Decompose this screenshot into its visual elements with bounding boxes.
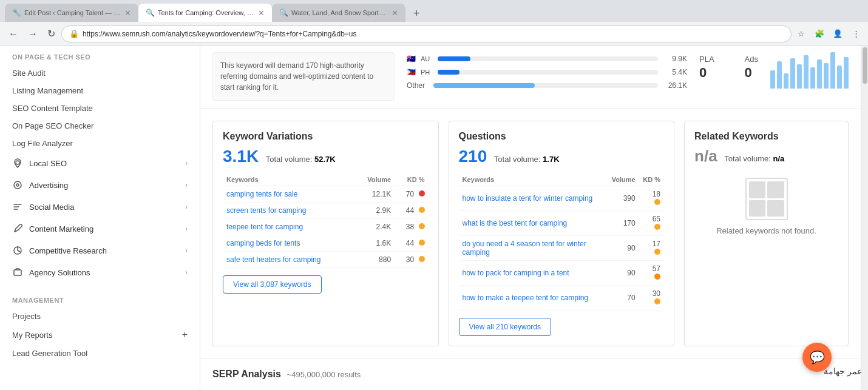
- sidebar-item-projects[interactable]: Projects: [0, 308, 200, 325]
- sidebar-item-local-seo[interactable]: Local SEO ›: [0, 152, 200, 174]
- forward-button[interactable]: →: [24, 26, 41, 42]
- ads-label: Ads: [745, 55, 758, 64]
- q-kd-1: 65: [639, 211, 664, 236]
- view-all-kw-variations-button[interactable]: View all 3,087 keywords: [223, 275, 322, 294]
- chart-bar-2: [777, 61, 782, 89]
- listing-management-label: Listing Management: [12, 86, 83, 95]
- sidebar-item-agency-solutions[interactable]: Agency Solutions ›: [0, 261, 200, 283]
- content-area: This keyword will demand 170 high-author…: [200, 46, 861, 390]
- kw-link-0[interactable]: camping tents for sale: [226, 190, 297, 198]
- related-kw-count: n/a: [694, 147, 717, 165]
- related-empty-text: Related keywords not found.: [716, 226, 816, 235]
- kw-link-3[interactable]: camping beds for tents: [226, 239, 300, 247]
- management-section-title: MANAGEMENT: [0, 289, 200, 308]
- q-dot-1: [654, 224, 660, 230]
- lead-generation-label: Lead Generation Tool: [12, 349, 87, 358]
- kw-variations-vol-label: Total volume:: [266, 155, 313, 164]
- table-row: safe tent heaters for camping 880 30: [223, 252, 429, 268]
- table-row: teepee tent for camping 2.4K 38: [223, 219, 429, 235]
- sidebar-item-competitive-research[interactable]: Competitive Research ›: [0, 240, 200, 261]
- chart-bar-6: [804, 55, 809, 89]
- sidebar-item-social-media[interactable]: Social Media ›: [0, 196, 200, 218]
- kw-link-2[interactable]: teepee tent for camping: [226, 223, 303, 231]
- sidebar-item-site-audit[interactable]: Site Audit: [0, 64, 200, 82]
- scroll-indicator[interactable]: [861, 46, 868, 390]
- sidebar-item-advertising[interactable]: Advertising ›: [0, 174, 200, 196]
- q-col-kd: KD %: [639, 173, 664, 186]
- geo-row-ph: 🇵🇭 PH 5.4K: [407, 66, 687, 79]
- chat-button[interactable]: 💬: [802, 343, 832, 372]
- agency-solutions-label: Agency Solutions: [29, 268, 179, 277]
- q-link-4[interactable]: how to make a teepee tent for camping: [463, 294, 588, 302]
- kw-variations-col-keywords: Keywords: [223, 173, 354, 186]
- new-tab-button[interactable]: +: [408, 5, 425, 22]
- address-bar[interactable]: 🔒 https://www.semrush.com/analytics/keyw…: [61, 25, 792, 42]
- tab-bar: 🔧 Edit Post ‹ Camping Talent — W... ✕ 🔍 …: [0, 0, 868, 22]
- q-link-1[interactable]: what is the best tent for camping: [463, 219, 568, 227]
- q-vol-3: 90: [608, 261, 639, 286]
- sidebar-item-seo-content-template[interactable]: SEO Content Template: [0, 99, 200, 117]
- sidebar-item-log-file-analyzer[interactable]: Log File Analyzer: [0, 135, 200, 152]
- menu-icon[interactable]: ⋮: [849, 27, 863, 41]
- sidebar-item-my-reports[interactable]: My Reports +: [0, 325, 200, 345]
- scroll-thumb[interactable]: [863, 47, 867, 84]
- kw-variations-title: Keyword Variations: [223, 131, 429, 142]
- geo-row-other: Other 26.1K: [407, 79, 687, 92]
- kw-var-vol-4: 880: [354, 252, 395, 268]
- tab-3[interactable]: 🔍 Water, Land, And Snow Sports T... ✕: [272, 4, 405, 22]
- sidebar-item-listing-management[interactable]: Listing Management: [0, 82, 200, 99]
- profile-icon[interactable]: 👤: [830, 27, 845, 41]
- q-link-2[interactable]: do you need a 4 season tent for winter c…: [463, 240, 586, 257]
- ph-code: PH: [421, 69, 433, 76]
- back-button[interactable]: ←: [5, 26, 22, 42]
- extensions-icon[interactable]: 🧩: [812, 27, 827, 41]
- q-link-3[interactable]: how to pack for camping in a tent: [463, 269, 569, 277]
- tab-2-close[interactable]: ✕: [258, 8, 265, 18]
- q-link-0[interactable]: how to insulate a tent for winter campin…: [463, 194, 593, 203]
- sidebar-item-on-page-seo-checker[interactable]: On Page SEO Checker: [0, 117, 200, 135]
- q-kd-0: 18: [639, 186, 664, 211]
- kw-variations-col-volume: Volume: [354, 173, 395, 186]
- view-all-questions-button[interactable]: View all 210 keywords: [459, 318, 552, 336]
- site-audit-label: Site Audit: [12, 69, 46, 78]
- questions-count: 210: [459, 147, 487, 166]
- kw-variations-count: 3.1K: [223, 147, 259, 166]
- sidebar-item-lead-generation-tool[interactable]: Lead Generation Tool: [0, 345, 200, 362]
- tab-2-favicon: 🔍: [146, 8, 154, 17]
- kw-variations-vol: 52.7K: [314, 155, 336, 164]
- refresh-button[interactable]: ↻: [44, 25, 59, 42]
- chart-bar-8: [817, 59, 822, 89]
- pla-block: PLA 0: [699, 55, 714, 81]
- tab-3-close[interactable]: ✕: [392, 8, 398, 18]
- questions-count-row: 210 Total volume: 1.7K: [459, 147, 665, 166]
- keyword-sections: Keyword Variations 3.1K Total volume: 52…: [200, 109, 861, 358]
- questions-section: Questions 210 Total volume: 1.7K Keyword…: [449, 121, 675, 346]
- bookmark-icon[interactable]: ☆: [794, 27, 809, 41]
- tab-1[interactable]: 🔧 Edit Post ‹ Camping Talent — W... ✕: [5, 4, 138, 22]
- address-text: https://www.semrush.com/analytics/keywor…: [83, 30, 784, 38]
- lock-icon: 🔒: [69, 29, 79, 38]
- sidebar-item-content-marketing[interactable]: Content Marketing ›: [0, 218, 200, 240]
- au-bar: [438, 56, 470, 61]
- arabic-name: عمر جهامة: [824, 366, 862, 376]
- kw-link-4[interactable]: safe tent heaters for camping: [226, 255, 320, 264]
- add-report-icon[interactable]: +: [182, 329, 188, 340]
- kw-link-1[interactable]: screen tents for camping: [226, 206, 306, 215]
- tab-1-close[interactable]: ✕: [124, 8, 131, 18]
- serp-title: SERP Analysis: [212, 369, 281, 379]
- table-row: how to make a teepee tent for camping 70…: [459, 286, 665, 311]
- local-seo-label: Local SEO: [29, 159, 179, 168]
- ph-bar-wrap: [438, 70, 658, 75]
- agency-solutions-chevron: ›: [185, 268, 188, 277]
- tab-1-favicon: 🔧: [12, 8, 21, 17]
- related-kw-title: Related Keywords: [694, 131, 838, 142]
- tab-2[interactable]: 🔍 Tents for Camping: Overview, Ke... ✕: [138, 4, 272, 22]
- q-dot-0: [654, 199, 660, 205]
- agency-solutions-icon: [12, 267, 23, 278]
- social-media-icon: [12, 201, 23, 212]
- main-area: ON PAGE & TECH SEO Site Audit Listing Ma…: [0, 46, 868, 390]
- pla-ads-section: PLA 0 Ads 0: [699, 52, 758, 81]
- tab-2-title: Tents for Camping: Overview, Ke...: [158, 9, 254, 16]
- table-row: how to insulate a tent for winter campin…: [459, 186, 665, 211]
- advertising-label: Advertising: [29, 181, 179, 190]
